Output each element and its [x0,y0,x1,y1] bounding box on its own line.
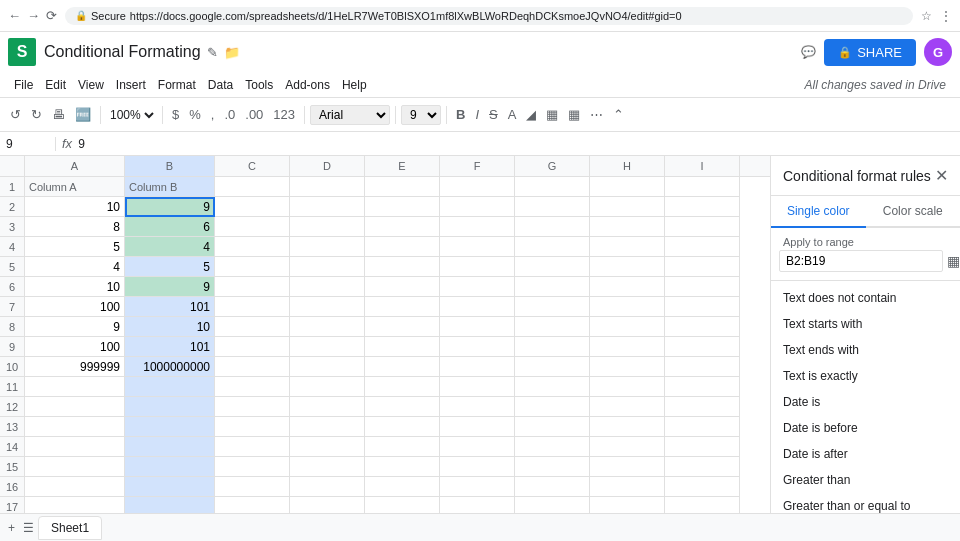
add-sheet-button[interactable]: + [4,519,19,537]
cell-b2[interactable]: 9 [125,197,215,217]
cell-i5[interactable] [665,257,740,277]
cell-e8[interactable] [365,317,440,337]
cell-e13[interactable] [365,417,440,437]
cell-g14[interactable] [515,437,590,457]
row-num-12[interactable]: 12 [0,397,25,417]
cell-g5[interactable] [515,257,590,277]
cell-d10[interactable] [290,357,365,377]
col-header-h[interactable]: H [590,156,665,176]
row-num-10[interactable]: 10 [0,357,25,377]
row-num-13[interactable]: 13 [0,417,25,437]
cell-h11[interactable] [590,377,665,397]
cell-c5[interactable] [215,257,290,277]
tab-color-scale[interactable]: Color scale [866,196,961,226]
cell-i12[interactable] [665,397,740,417]
cell-c15[interactable] [215,457,290,477]
forward-icon[interactable]: → [27,8,40,23]
menu-view[interactable]: View [72,76,110,94]
cell-i17[interactable] [665,497,740,513]
cell-b7[interactable]: 101 [125,297,215,317]
cell-b8[interactable]: 10 [125,317,215,337]
cell-e10[interactable] [365,357,440,377]
close-sidebar-button[interactable]: ✕ [935,166,948,185]
col-header-i[interactable]: I [665,156,740,176]
cell-b4[interactable]: 4 [125,237,215,257]
cell-f17[interactable] [440,497,515,513]
cell-b5[interactable]: 5 [125,257,215,277]
menu-edit[interactable]: Edit [39,76,72,94]
redo-icon[interactable]: ↻ [27,104,46,125]
borders-btn[interactable]: ▦ [542,104,562,125]
col-header-g[interactable]: G [515,156,590,176]
cell-g12[interactable] [515,397,590,417]
cell-i7[interactable] [665,297,740,317]
cell-i14[interactable] [665,437,740,457]
cell-d9[interactable] [290,337,365,357]
list-item[interactable]: Date is [771,389,960,415]
cell-i9[interactable] [665,337,740,357]
cell-c1[interactable] [215,177,290,197]
cell-f15[interactable] [440,457,515,477]
cell-a6[interactable]: 10 [25,277,125,297]
cell-f16[interactable] [440,477,515,497]
cell-g7[interactable] [515,297,590,317]
cell-h10[interactable] [590,357,665,377]
list-item[interactable]: Date is before [771,415,960,441]
cell-a16[interactable] [25,477,125,497]
range-input[interactable] [779,250,943,272]
cell-c10[interactable] [215,357,290,377]
cell-b12[interactable] [125,397,215,417]
cell-d12[interactable] [290,397,365,417]
cell-b16[interactable] [125,477,215,497]
cell-f8[interactable] [440,317,515,337]
col-header-f[interactable]: F [440,156,515,176]
print-icon[interactable]: 🖶 [48,104,69,125]
cell-b14[interactable] [125,437,215,457]
cell-g11[interactable] [515,377,590,397]
cell-a5[interactable]: 4 [25,257,125,277]
cell-a8[interactable]: 9 [25,317,125,337]
url-bar[interactable]: 🔒 Secure https://docs.google.com/spreads… [65,7,913,25]
cell-g16[interactable] [515,477,590,497]
cell-h15[interactable] [590,457,665,477]
cell-h12[interactable] [590,397,665,417]
cell-c3[interactable] [215,217,290,237]
reload-icon[interactable]: ⟳ [46,8,57,23]
cell-h6[interactable] [590,277,665,297]
font-size-select[interactable]: 9 [401,105,441,125]
bold-btn[interactable]: B [452,104,469,125]
cell-b6[interactable]: 9 [125,277,215,297]
cell-b11[interactable] [125,377,215,397]
cell-d4[interactable] [290,237,365,257]
cell-e1[interactable] [365,177,440,197]
list-item[interactable]: Greater than [771,467,960,493]
cell-f13[interactable] [440,417,515,437]
cell-a10[interactable]: 999999 [25,357,125,377]
cell-c12[interactable] [215,397,290,417]
cell-g6[interactable] [515,277,590,297]
row-num-2[interactable]: 2 [0,197,25,217]
cell-d8[interactable] [290,317,365,337]
row-num-15[interactable]: 15 [0,457,25,477]
col-header-b[interactable]: B [125,156,215,176]
cell-a1[interactable]: Column A [25,177,125,197]
row-num-1[interactable]: 1 [0,177,25,197]
list-item[interactable]: Text ends with [771,337,960,363]
cell-c2[interactable] [215,197,290,217]
dec-decrease-btn[interactable]: .0 [220,104,239,125]
cell-b3[interactable]: 6 [125,217,215,237]
row-num-4[interactable]: 4 [0,237,25,257]
cell-f7[interactable] [440,297,515,317]
dec-increase-btn[interactable]: .00 [241,104,267,125]
cell-h7[interactable] [590,297,665,317]
cell-a2[interactable]: 10 [25,197,125,217]
sheet-list-button[interactable]: ☰ [19,519,38,537]
cell-g3[interactable] [515,217,590,237]
cell-d2[interactable] [290,197,365,217]
cell-f9[interactable] [440,337,515,357]
sheet-tab-sheet1[interactable]: Sheet1 [38,516,102,540]
cell-c4[interactable] [215,237,290,257]
cell-f5[interactable] [440,257,515,277]
share-button[interactable]: 🔒 SHARE [824,39,916,66]
col-header-d[interactable]: D [290,156,365,176]
